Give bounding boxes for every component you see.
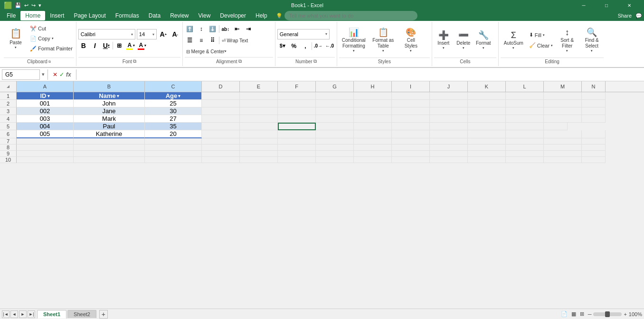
maximize-button[interactable]: □ (596, 0, 617, 10)
merge-center-button[interactable]: ⊟ Merge & Center ▾ (185, 47, 228, 56)
nav-prev-sheet[interactable]: ◄ (10, 310, 18, 318)
row10-k[interactable] (468, 157, 506, 163)
header-cell-age[interactable]: Age ▾ (145, 92, 202, 100)
col-header-a[interactable]: A (17, 81, 74, 92)
zoom-out-button[interactable]: ─ (588, 311, 592, 317)
menu-view[interactable]: View (194, 11, 216, 20)
row-header-1[interactable]: 1 (0, 92, 17, 100)
format-as-table-button[interactable]: 📋 Format asTable ▾ (369, 25, 397, 56)
row-header-10[interactable]: 10 (0, 157, 17, 163)
col-header-i[interactable]: I (392, 81, 430, 92)
row7-k[interactable] (468, 138, 506, 145)
row3-m[interactable] (544, 107, 582, 115)
row1-d[interactable] (202, 92, 240, 100)
menu-insert[interactable]: Insert (45, 11, 69, 20)
row1-h[interactable] (354, 92, 392, 100)
indent-increase-button[interactable]: ⇥ (243, 24, 254, 34)
row5-n[interactable] (544, 123, 568, 130)
sheet-tab-2[interactable]: Sheet2 (67, 310, 96, 318)
row1-m[interactable] (544, 92, 582, 100)
col-header-e[interactable]: E (240, 81, 278, 92)
comments-button[interactable]: 💬 (635, 13, 642, 19)
row10-g[interactable] (316, 157, 354, 163)
header-name-filter-icon[interactable]: ▾ (117, 94, 119, 98)
search-input[interactable] (284, 11, 417, 20)
increase-decimal-button[interactable]: ←.0 (324, 41, 335, 51)
row2-g[interactable] (316, 100, 354, 107)
row9-a[interactable] (17, 151, 74, 157)
font-color-button[interactable]: A ▾ (137, 40, 147, 51)
row4-e[interactable] (240, 115, 278, 123)
row3-g[interactable] (316, 107, 354, 115)
row4-i[interactable] (392, 115, 430, 123)
row9-d[interactable] (202, 151, 240, 157)
row9-n[interactable] (582, 151, 606, 157)
sheet-tab-1[interactable]: Sheet1 (37, 310, 66, 319)
row-header-2[interactable]: 2 (0, 100, 17, 107)
row-header-4[interactable]: 4 (0, 115, 17, 123)
conditional-formatting-button[interactable]: 📊 ConditionalFormatting ▾ (339, 25, 369, 56)
menu-page-layout[interactable]: Page Layout (69, 11, 110, 20)
paste-dropdown-icon[interactable]: ▾ (15, 46, 17, 49)
col-header-h[interactable]: H (354, 81, 392, 92)
row1-k[interactable] (468, 92, 506, 100)
nav-next-sheet[interactable]: ► (19, 310, 27, 318)
align-top-button[interactable]: ⬆️ (185, 24, 195, 34)
row5-k[interactable] (430, 123, 468, 130)
row8-m[interactable] (544, 145, 582, 151)
row1-e[interactable] (240, 92, 278, 100)
quick-access-redo[interactable]: ↪ (31, 2, 36, 9)
row5-j[interactable] (392, 123, 430, 130)
row7-c[interactable] (145, 138, 202, 145)
header-age-filter-icon[interactable]: ▾ (178, 94, 180, 98)
row9-i[interactable] (392, 151, 430, 157)
row4-l[interactable] (506, 115, 544, 123)
row3-l[interactable] (506, 107, 544, 115)
row8-b[interactable] (74, 145, 145, 151)
row10-m[interactable] (544, 157, 582, 163)
row10-c[interactable] (145, 157, 202, 163)
row8-l[interactable] (506, 145, 544, 151)
decrease-font-button[interactable]: A- (170, 29, 180, 39)
row6-h[interactable] (354, 130, 392, 138)
row10-e[interactable] (240, 157, 278, 163)
cut-button[interactable]: ✂️ Cut (28, 24, 74, 33)
row4-m[interactable] (544, 115, 582, 123)
row2-e[interactable] (240, 100, 278, 107)
row10-a[interactable] (17, 157, 74, 163)
cell-5a[interactable]: 004 (17, 123, 74, 130)
clipboard-expand-icon[interactable]: ⧉ (48, 60, 51, 64)
align-right-button[interactable]: ⠿ (208, 35, 218, 46)
font-size-selector[interactable]: 14 ▾ (137, 29, 157, 39)
row5-m[interactable] (506, 123, 544, 130)
quick-access-undo[interactable]: ↩ (24, 2, 28, 9)
alignment-expand-icon[interactable]: ⧉ (238, 58, 242, 64)
row7-l[interactable] (506, 138, 544, 145)
row2-n[interactable] (582, 100, 606, 107)
decrease-decimal-button[interactable]: .0→ (313, 41, 323, 51)
col-header-b[interactable]: B (74, 81, 145, 92)
format-button[interactable]: 🔧 Format ▾ (474, 25, 493, 56)
row1-j[interactable] (430, 92, 468, 100)
row3-d[interactable] (202, 107, 240, 115)
row5-e[interactable] (240, 123, 278, 130)
cell-3b[interactable]: Jane (74, 107, 145, 115)
row9-h[interactable] (354, 151, 392, 157)
row5-h[interactable] (316, 123, 354, 130)
zoom-in-button[interactable]: + (624, 311, 626, 317)
row1-g[interactable] (316, 92, 354, 100)
cell-4a[interactable]: 003 (17, 115, 74, 123)
row7-g[interactable] (316, 138, 354, 145)
row6-k[interactable] (468, 130, 506, 138)
accounting-button[interactable]: $▾ (277, 41, 288, 51)
row8-c[interactable] (145, 145, 202, 151)
row8-j[interactable] (430, 145, 468, 151)
row2-d[interactable] (202, 100, 240, 107)
row6-e[interactable] (240, 130, 278, 138)
col-header-j[interactable]: J (430, 81, 468, 92)
row2-h[interactable] (354, 100, 392, 107)
col-header-f[interactable]: F (278, 81, 316, 92)
row9-g[interactable] (316, 151, 354, 157)
row9-k[interactable] (468, 151, 506, 157)
formula-input[interactable] (79, 71, 642, 78)
